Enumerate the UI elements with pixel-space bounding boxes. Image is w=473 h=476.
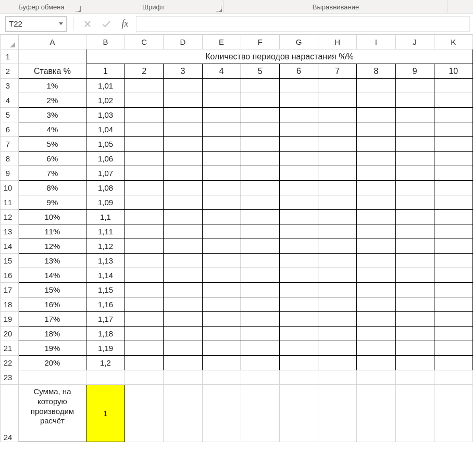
cell[interactable] (202, 152, 241, 166)
cell[interactable] (202, 385, 241, 442)
row-header[interactable]: 8 (1, 152, 19, 166)
cell[interactable] (202, 166, 241, 181)
cell[interactable] (395, 93, 434, 108)
cell[interactable] (164, 268, 202, 283)
cell[interactable] (357, 137, 395, 152)
cell[interactable] (202, 137, 241, 152)
col-header[interactable]: C (125, 35, 164, 49)
cell[interactable] (202, 195, 241, 210)
cell[interactable] (279, 268, 318, 283)
cell[interactable] (241, 370, 279, 385)
cell[interactable] (125, 370, 164, 385)
period-header-cell[interactable]: 2 (125, 64, 164, 79)
cell[interactable] (202, 312, 241, 327)
cell[interactable] (125, 356, 164, 370)
rate-cell[interactable]: 15% (19, 283, 86, 297)
cell[interactable] (241, 268, 279, 283)
cell[interactable] (279, 181, 318, 195)
value-cell[interactable]: 1,02 (86, 93, 125, 108)
cell[interactable] (202, 210, 241, 224)
cell[interactable] (202, 283, 241, 297)
cell[interactable] (318, 210, 357, 224)
row-header[interactable]: 2 (1, 64, 19, 79)
cell[interactable] (202, 224, 241, 239)
cell[interactable] (164, 79, 202, 93)
cell[interactable] (164, 152, 202, 166)
cell[interactable] (164, 327, 202, 341)
cell[interactable] (279, 341, 318, 356)
col-header[interactable]: B (86, 35, 125, 49)
cell[interactable] (318, 195, 357, 210)
formula-input[interactable] (136, 16, 470, 32)
cell[interactable] (318, 312, 357, 327)
row-header[interactable]: 11 (1, 195, 19, 210)
cell[interactable] (318, 341, 357, 356)
row-header[interactable]: 7 (1, 137, 19, 152)
cell[interactable] (395, 254, 434, 268)
value-cell[interactable]: 1,13 (86, 254, 125, 268)
cell[interactable] (125, 210, 164, 224)
cell[interactable] (357, 224, 395, 239)
rate-cell[interactable]: 14% (19, 268, 86, 283)
cell[interactable] (125, 79, 164, 93)
cell[interactable] (164, 195, 202, 210)
value-cell[interactable]: 1,11 (86, 224, 125, 239)
period-header-cell[interactable]: 8 (357, 64, 395, 79)
cell[interactable] (395, 356, 434, 370)
row-header[interactable]: 12 (1, 210, 19, 224)
cell[interactable] (279, 137, 318, 152)
row-header[interactable]: 21 (1, 341, 19, 356)
cell[interactable] (125, 181, 164, 195)
rate-cell[interactable]: 3% (19, 108, 86, 122)
cell[interactable] (357, 93, 395, 108)
cell[interactable] (318, 181, 357, 195)
value-cell[interactable]: 1,14 (86, 268, 125, 283)
chevron-down-icon[interactable] (59, 22, 63, 25)
header-rate-cell[interactable]: Ставка % (19, 64, 86, 79)
cell[interactable] (125, 312, 164, 327)
col-header[interactable]: D (164, 35, 202, 49)
cell[interactable] (395, 327, 434, 341)
row-header[interactable]: 24 (1, 385, 19, 442)
col-header[interactable]: A (19, 35, 86, 49)
select-all-corner[interactable] (1, 35, 19, 49)
cell[interactable] (164, 385, 202, 442)
cell[interactable] (164, 166, 202, 181)
cell[interactable] (125, 93, 164, 108)
cell[interactable] (434, 93, 472, 108)
cell[interactable] (434, 283, 472, 297)
cell[interactable] (434, 152, 472, 166)
cell[interactable] (164, 283, 202, 297)
cell[interactable] (357, 79, 395, 93)
row-header[interactable]: 3 (1, 79, 19, 93)
cell[interactable] (318, 93, 357, 108)
rate-cell[interactable]: 4% (19, 122, 86, 137)
cell[interactable] (279, 122, 318, 137)
cell[interactable] (357, 356, 395, 370)
row-header[interactable]: 23 (1, 370, 19, 385)
cell[interactable] (395, 122, 434, 137)
period-header-cell[interactable]: 5 (241, 64, 279, 79)
value-cell[interactable]: 1,12 (86, 239, 125, 254)
cell[interactable] (241, 195, 279, 210)
cell[interactable] (125, 122, 164, 137)
cell[interactable] (434, 385, 472, 442)
cell[interactable] (395, 195, 434, 210)
row-header[interactable]: 4 (1, 93, 19, 108)
cell[interactable] (279, 93, 318, 108)
value-cell[interactable]: 1,04 (86, 122, 125, 137)
cell[interactable] (279, 254, 318, 268)
cell[interactable] (434, 195, 472, 210)
cell[interactable] (318, 239, 357, 254)
cell[interactable] (279, 356, 318, 370)
cell[interactable] (318, 122, 357, 137)
cell[interactable] (202, 268, 241, 283)
title-merged-cell[interactable]: Количество периодов нарастания %% (86, 49, 472, 64)
value-cell[interactable]: 1,18 (86, 327, 125, 341)
cell[interactable] (241, 356, 279, 370)
cell[interactable] (357, 327, 395, 341)
rate-cell[interactable]: 13% (19, 254, 86, 268)
cell[interactable] (434, 137, 472, 152)
cell[interactable] (318, 166, 357, 181)
period-header-cell[interactable]: 4 (202, 64, 241, 79)
